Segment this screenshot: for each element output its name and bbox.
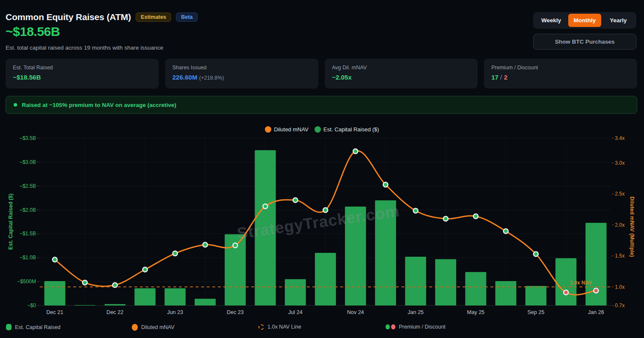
stat-label: Est. Total Raised: [13, 65, 151, 71]
page-subtitle: Est. total capital raised across 19 mont…: [6, 44, 163, 51]
stat-label: Premium / Discount: [491, 65, 630, 71]
stat-card-premium-discount: Premium / Discount 17 / 2: [484, 59, 637, 89]
bar-month-10[interactable]: [315, 253, 336, 305]
right-axis-tick: 3.0x: [615, 160, 625, 166]
right-axis-tick: 2.0x: [615, 222, 625, 228]
total-raised-headline: ~$18.56B: [6, 24, 60, 39]
bar-Jul 24[interactable]: [285, 279, 306, 305]
x-axis-tick: Jan 26: [588, 309, 604, 315]
x-axis-tick: Jun 23: [167, 309, 183, 315]
stat-card-avg-mnav: Avg Dil. mNAV ~2.05x: [325, 59, 478, 89]
bar-Dec 21[interactable]: [45, 281, 65, 305]
x-axis-tick: Dec 23: [227, 309, 244, 315]
green-square-icon: [6, 324, 12, 330]
premium-point-17[interactable]: [534, 252, 538, 256]
right-axis-tick: 2.5x: [615, 191, 625, 197]
right-axis-tick: 3.4x: [615, 135, 625, 141]
tab-yearly[interactable]: Yearly: [602, 14, 635, 27]
premium-point-13[interactable]: [413, 208, 418, 213]
show-btc-purchases-button[interactable]: Show BTC Purchases: [533, 34, 636, 50]
left-axis-tick: ~$2.5B: [3, 183, 36, 189]
page-header: Common Equity Raises (ATM) Estimates Bet…: [6, 12, 198, 22]
legend-item-diluted-mnav-bottom[interactable]: Diluted mNAV: [132, 324, 175, 331]
premium-point-9[interactable]: [293, 198, 298, 202]
x-axis-tick: Jul 24: [288, 309, 303, 315]
bar-month-6[interactable]: [195, 299, 216, 305]
bar-Jun 23[interactable]: [165, 288, 186, 305]
left-axis-tick: ~$1.0B: [3, 255, 36, 261]
stat-value-avg-mnav: ~2.05x: [332, 74, 471, 81]
stat-label: Shares Issued: [172, 65, 311, 71]
x-axis-tick: Nov 24: [347, 309, 364, 315]
premium-point-6[interactable]: [203, 243, 208, 247]
bar-May 25[interactable]: [465, 272, 486, 305]
orange-dot-icon: [132, 324, 138, 331]
discount-point-19[interactable]: [594, 288, 598, 293]
nav-line-label: 1.0x NAV: [570, 280, 592, 286]
right-axis-tick: 1.5x: [615, 253, 625, 259]
right-axis-title: Diluted mNAV (Multiple): [629, 196, 635, 257]
left-axis-tick: ~$3.5B: [3, 135, 36, 141]
stat-value-total-raised: ~$18.56B: [13, 74, 151, 81]
x-axis-tick: May 25: [467, 309, 484, 315]
right-axis-tick: 1.0x: [615, 284, 625, 290]
stat-value-shares-issued: 226.60M (+218.8%): [172, 74, 311, 81]
page-title: Common Equity Raises (ATM): [6, 12, 131, 22]
premium-count: 17: [491, 74, 499, 81]
stat-label: Avg Dil. mNAV: [332, 65, 471, 71]
shares-issued-change: (+218.8%): [199, 75, 224, 81]
bar-Jan 25[interactable]: [405, 257, 426, 305]
x-axis-tick: Dec 21: [46, 309, 63, 315]
discount-point-18[interactable]: [564, 290, 568, 295]
premium-point-8[interactable]: [263, 204, 267, 209]
left-axis-tick: ~$0: [3, 302, 36, 308]
x-axis-tick: Jan 25: [408, 309, 424, 315]
bar-month-4[interactable]: [134, 288, 155, 305]
tab-monthly[interactable]: Monthly: [568, 14, 601, 27]
dashed-circle-icon: [258, 324, 264, 330]
chart-legend-bottom: Est. Capital Raised Diluted mNAV 1.0x NA…: [0, 324, 644, 334]
legend-item-nav-line[interactable]: 1.0x NAV Line: [258, 324, 301, 330]
premium-point-5[interactable]: [173, 251, 178, 256]
accretive-banner-text: Raised at ~105% premium to NAV on averag…: [22, 102, 176, 108]
equity-raises-chart: Diluted mNAV Est. Capital Raised ($) ~$0…: [0, 120, 644, 323]
premium-point-16[interactable]: [504, 229, 508, 234]
bar-month-2[interactable]: [74, 305, 95, 305]
left-axis-tick: ~$500M: [3, 279, 36, 285]
stat-card-shares-issued: Shares Issued 226.60M (+218.8%): [165, 59, 318, 89]
discount-count: 2: [504, 74, 507, 81]
legend-item-est-capital-raised[interactable]: Est. Capital Raised: [6, 324, 60, 330]
premium-point-2[interactable]: [83, 280, 87, 285]
legend-item-premium-discount[interactable]: Premium / Discount: [386, 324, 445, 330]
bar-Sep 25[interactable]: [525, 286, 546, 305]
premium-point-14[interactable]: [443, 216, 448, 221]
premium-discount-dots-icon: [386, 324, 395, 329]
premium-point-11[interactable]: [353, 149, 358, 154]
accretive-banner: Raised at ~105% premium to NAV on averag…: [6, 96, 637, 114]
stat-card-total-raised: Est. Total Raised ~$18.56B: [6, 59, 159, 89]
premium-point-3[interactable]: [113, 283, 117, 288]
premium-point-1[interactable]: [53, 257, 57, 262]
premium-point-4[interactable]: [142, 267, 147, 272]
left-axis-tick: ~$3.0B: [3, 159, 36, 165]
estimates-badge: Estimates: [136, 12, 171, 22]
beta-badge: Beta: [176, 12, 198, 22]
premium-point-7[interactable]: [233, 243, 237, 248]
bar-month-14[interactable]: [435, 259, 456, 305]
premium-point-15[interactable]: [473, 214, 478, 219]
premium-point-12[interactable]: [383, 182, 388, 187]
right-axis-tick: 0.7x: [615, 302, 625, 308]
x-axis-tick: Dec 22: [107, 309, 124, 315]
bar-Dec 22[interactable]: [104, 304, 125, 305]
left-axis-title: Est. Capital Raised ($): [8, 193, 14, 249]
stat-value-premium-discount: 17 / 2: [491, 74, 630, 81]
status-dot-icon: [14, 103, 17, 107]
stats-row: Est. Total Raised ~$18.56B Shares Issued…: [6, 59, 637, 89]
x-axis-tick: Sep 25: [528, 309, 545, 315]
bar-month-16[interactable]: [495, 281, 516, 305]
period-toggle: Weekly Monthly Yearly: [533, 12, 636, 29]
tab-weekly[interactable]: Weekly: [535, 14, 567, 27]
